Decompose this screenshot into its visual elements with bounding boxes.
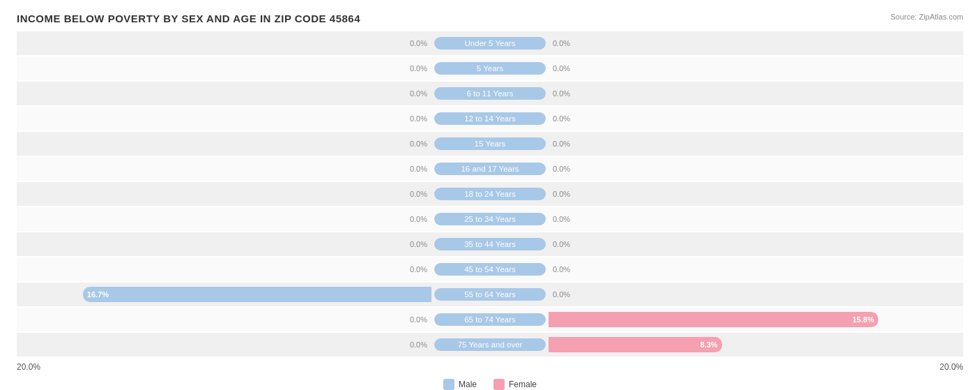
male-zero-value: 0.0% [410, 114, 427, 123]
chart-container: INCOME BELOW POVERTY BY SEX AND AGE IN Z… [0, 0, 980, 390]
row-label: 25 to 34 Years [434, 213, 546, 225]
left-section: 0.0% [17, 82, 434, 105]
left-section: 0.0% [17, 57, 434, 80]
bar-row: 16.7%55 to 64 Years0.0% [17, 283, 963, 306]
left-section: 0.0% [17, 157, 434, 181]
male-zero-value: 0.0% [410, 315, 427, 324]
axis-right-label: 20.0% [537, 362, 963, 372]
left-section: 0.0% [17, 308, 434, 331]
bar-row: 0.0%45 to 54 Years0.0% [17, 257, 963, 281]
male-zero-value: 0.0% [410, 190, 427, 198]
bar-row: 0.0%6 to 11 Years0.0% [17, 82, 963, 105]
right-section: 8.3% [546, 333, 963, 357]
female-zero-value: 0.0% [553, 39, 570, 47]
male-zero-value: 0.0% [410, 64, 427, 73]
right-section: 0.0% [546, 232, 963, 256]
row-label: 45 to 54 Years [434, 263, 546, 276]
right-section: 0.0% [546, 31, 963, 55]
row-label: 75 Years and over [434, 338, 546, 351]
right-section: 0.0% [546, 132, 963, 156]
axis-left-label: 20.0% [17, 362, 443, 372]
female-zero-value: 0.0% [553, 190, 570, 198]
female-zero-value: 0.0% [553, 165, 570, 173]
row-label: 6 to 11 Years [434, 87, 546, 100]
legend: Male Female [17, 379, 963, 390]
left-section: 0.0% [17, 257, 434, 281]
right-section: 0.0% [546, 257, 963, 281]
row-label: 16 and 17 Years [434, 163, 546, 175]
male-zero-value: 0.0% [410, 39, 427, 47]
right-section: 15.8% [546, 308, 963, 331]
male-zero-value: 0.0% [410, 140, 427, 148]
female-bar: 8.3% [549, 337, 722, 352]
bar-row: 0.0%65 to 74 Years15.8% [17, 308, 963, 331]
female-zero-value: 0.0% [553, 265, 570, 273]
legend-male: Male [443, 379, 477, 390]
right-section: 0.0% [546, 207, 963, 231]
bar-row: 0.0%18 to 24 Years0.0% [17, 182, 963, 206]
row-label: 65 to 74 Years [434, 313, 546, 326]
source-text: Source: ZipAtlas.com [890, 13, 963, 21]
chart-area: 0.0%Under 5 Years0.0%0.0%5 Years0.0%0.0%… [17, 31, 963, 357]
female-value: 15.8% [852, 315, 878, 324]
right-section: 0.0% [546, 82, 963, 105]
left-section: 0.0% [17, 182, 434, 206]
male-bar: 16.7% [83, 287, 431, 302]
bar-row: 0.0%25 to 34 Years0.0% [17, 207, 963, 231]
axis-labels: 20.0% 20.0% [17, 358, 963, 376]
female-zero-value: 0.0% [553, 140, 570, 148]
female-zero-value: 0.0% [553, 64, 570, 73]
female-zero-value: 0.0% [553, 240, 570, 248]
female-zero-value: 0.0% [553, 290, 570, 299]
male-zero-value: 0.0% [410, 265, 427, 273]
female-zero-value: 0.0% [553, 114, 570, 123]
row-label: 55 to 64 Years [434, 288, 546, 301]
row-label: 15 Years [434, 137, 546, 150]
male-zero-value: 0.0% [410, 340, 427, 349]
female-zero-value: 0.0% [553, 215, 570, 223]
right-section: 0.0% [546, 157, 963, 181]
right-section: 0.0% [546, 283, 963, 306]
row-label: 5 Years [434, 62, 546, 75]
bar-row: 0.0%5 Years0.0% [17, 57, 963, 80]
row-label: 12 to 14 Years [434, 112, 546, 125]
bar-row: 0.0%35 to 44 Years0.0% [17, 232, 963, 256]
male-value: 16.7% [83, 290, 109, 299]
male-zero-value: 0.0% [410, 215, 427, 223]
right-section: 0.0% [546, 57, 963, 80]
left-section: 0.0% [17, 333, 434, 357]
legend-female: Female [493, 379, 537, 390]
right-section: 0.0% [546, 182, 963, 206]
row-label: Under 5 Years [434, 37, 546, 50]
row-label: 35 to 44 Years [434, 238, 546, 250]
left-section: 0.0% [17, 31, 434, 55]
legend-male-box [443, 379, 454, 390]
bar-row: 0.0%15 Years0.0% [17, 132, 963, 156]
right-section: 0.0% [546, 107, 963, 130]
left-section: 16.7% [17, 283, 434, 306]
legend-female-label: Female [509, 380, 537, 389]
bar-row: 0.0%16 and 17 Years0.0% [17, 157, 963, 181]
left-section: 0.0% [17, 107, 434, 130]
female-zero-value: 0.0% [553, 89, 570, 98]
male-zero-value: 0.0% [410, 165, 427, 173]
left-section: 0.0% [17, 132, 434, 156]
bar-row: 0.0%75 Years and over8.3% [17, 333, 963, 357]
male-zero-value: 0.0% [410, 89, 427, 98]
chart-title: INCOME BELOW POVERTY BY SEX AND AGE IN Z… [17, 13, 963, 24]
legend-female-box [493, 379, 505, 390]
left-section: 0.0% [17, 232, 434, 256]
female-bar: 15.8% [549, 312, 878, 327]
bar-row: 0.0%Under 5 Years0.0% [17, 31, 963, 55]
left-section: 0.0% [17, 207, 434, 231]
male-zero-value: 0.0% [410, 240, 427, 248]
legend-male-label: Male [459, 380, 477, 389]
female-value: 8.3% [700, 340, 722, 349]
bar-row: 0.0%12 to 14 Years0.0% [17, 107, 963, 130]
row-label: 18 to 24 Years [434, 188, 546, 200]
